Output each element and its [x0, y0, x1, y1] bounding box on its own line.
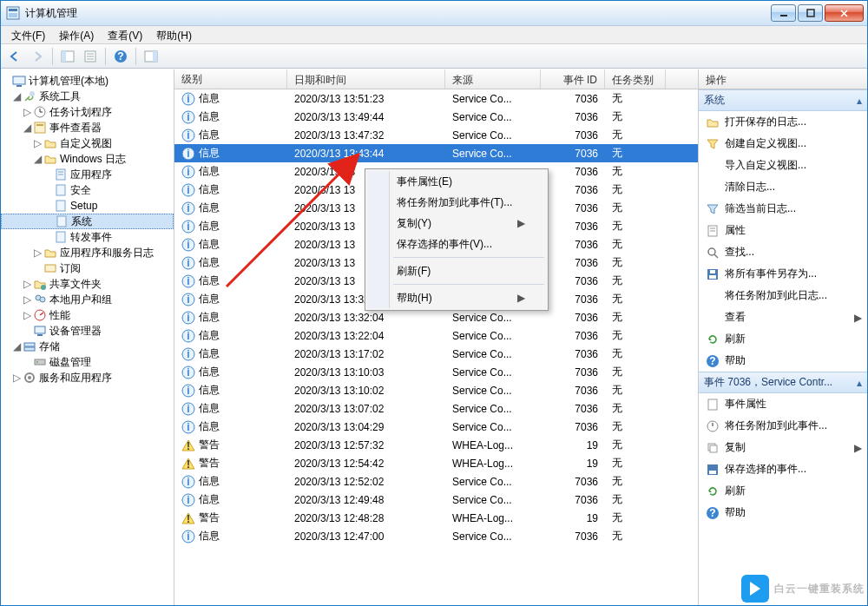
actions-group-event[interactable]: 事件 7036，Service Contr...▴: [699, 372, 867, 393]
info-icon: i: [181, 420, 195, 434]
event-row[interactable]: !警告2020/3/13 12:54:42WHEA-Log...19无: [174, 454, 698, 472]
event-row[interactable]: i信息2020/3/13 12:47:00Service Co...7036无: [174, 527, 698, 545]
tree-users: 本地用户和组: [49, 293, 112, 307]
action-help[interactable]: ?帮助: [699, 350, 867, 372]
action-filter-log[interactable]: 筛选当前日志...: [699, 198, 867, 220]
refresh-icon: [706, 333, 720, 346]
event-row[interactable]: i信息2020/3/13 12:52:02Service Co...7036无: [174, 472, 698, 491]
ctx-help[interactable]: 帮助(H)▶: [367, 287, 546, 308]
ctx-refresh[interactable]: 刷新(F): [367, 260, 546, 281]
event-row[interactable]: i信息2020/3/13 13:07:02Service Co...7036无: [174, 399, 698, 418]
action-save-all[interactable]: 将所有事件另存为...: [699, 263, 867, 285]
ctx-copy[interactable]: 复制(Y)▶: [367, 213, 546, 234]
toolbar: ?: [1, 44, 867, 69]
menu-file[interactable]: 文件(F): [4, 26, 52, 43]
action-pane-button[interactable]: [141, 47, 161, 66]
collapse-icon[interactable]: ◢: [22, 122, 32, 134]
action-event-properties[interactable]: 事件属性: [699, 393, 867, 415]
event-row[interactable]: i信息2020/3/13 13:32:04Service Co...7036无: [174, 308, 698, 326]
log-icon: [54, 168, 68, 181]
event-row[interactable]: i信息2020/3/13 13:22:04Service Co...7036无: [174, 326, 698, 345]
expand-icon[interactable]: ▷: [32, 247, 43, 259]
expand-icon[interactable]: ▷: [22, 278, 32, 290]
menu-help[interactable]: 帮助(H): [149, 26, 199, 43]
action-find[interactable]: 查找...: [699, 241, 867, 263]
event-row[interactable]: i信息2020/3/13 13:49:44Service Co...7036无: [174, 108, 698, 126]
ctx-save-selected[interactable]: 保存选择的事件(V)...: [367, 234, 546, 254]
eventviewer-icon: [33, 121, 47, 135]
close-button[interactable]: [825, 4, 864, 22]
expand-icon[interactable]: ▷: [11, 372, 22, 384]
svg-rect-8: [62, 51, 66, 62]
col-level[interactable]: 级别: [174, 69, 287, 89]
svg-text:!: !: [187, 440, 190, 452]
action-open-saved-log[interactable]: 打开保存的日志...: [699, 111, 867, 133]
event-row[interactable]: !警告2020/3/13 12:57:32WHEA-Log...19无: [174, 436, 698, 454]
log-icon: [54, 199, 68, 213]
diskmgr-icon: [33, 355, 47, 369]
show-hide-tree-button[interactable]: [57, 47, 78, 66]
event-row[interactable]: !警告2020/3/13 12:48:28WHEA-Log...19无: [174, 509, 698, 527]
action-properties[interactable]: 属性: [699, 220, 867, 241]
menu-action[interactable]: 操作(A): [52, 26, 101, 43]
nav-forward-button[interactable]: [27, 47, 48, 66]
action-import-view[interactable]: 导入自定义视图...: [699, 155, 867, 176]
menu-view[interactable]: 查看(V): [101, 26, 149, 43]
col-category[interactable]: 任务类别: [605, 69, 666, 89]
watermark-logo-icon: [741, 575, 769, 603]
svg-point-43: [36, 361, 38, 363]
filter-new-icon: [706, 137, 720, 151]
col-date[interactable]: 日期和时间: [287, 69, 445, 89]
col-source[interactable]: 来源: [445, 69, 541, 89]
expand-icon[interactable]: ▷: [22, 293, 32, 306]
action-copy[interactable]: 复制▶: [699, 437, 867, 458]
tree-sys: 系统: [71, 214, 92, 229]
action-save-selected[interactable]: 保存选择的事件...: [699, 458, 867, 480]
collapse-icon[interactable]: ◢: [11, 90, 22, 102]
svg-text:i: i: [187, 421, 189, 433]
expand-icon[interactable]: ▷: [22, 106, 32, 118]
event-row[interactable]: i信息2020/3/13 13:51:23Service Co...7036无: [174, 89, 698, 108]
action-refresh[interactable]: 刷新: [699, 328, 867, 350]
save-icon: [706, 463, 720, 477]
event-row[interactable]: i信息2020/3/13 13:04:29Service Co...7036无: [174, 418, 698, 436]
event-row[interactable]: i信息2020/3/13 13:10:02Service Co...7036无: [174, 381, 698, 399]
col-eventid[interactable]: 事件 ID: [541, 69, 605, 89]
svg-rect-28: [56, 185, 65, 195]
action-create-view[interactable]: 创建自定义视图...: [699, 133, 867, 155]
expand-icon[interactable]: ▷: [22, 309, 32, 321]
tree-systools: 系统工具: [39, 89, 81, 104]
maximize-button[interactable]: [798, 4, 823, 22]
help-button[interactable]: ?: [110, 47, 131, 66]
action-clear-log[interactable]: 清除日志...: [699, 176, 867, 198]
action-help2[interactable]: ?帮助: [699, 502, 867, 524]
info-icon: i: [181, 366, 195, 379]
nav-back-button[interactable]: [4, 47, 25, 66]
toolbar-separator: [105, 48, 106, 65]
minimize-button[interactable]: [771, 4, 796, 22]
action-view[interactable]: 查看▶: [699, 306, 867, 328]
nav-tree[interactable]: 计算机管理(本地) ◢系统工具 ▷任务计划程序 ◢事件查看器 ▷自定义视图 ◢W…: [1, 73, 174, 385]
expand-icon[interactable]: ▷: [32, 137, 43, 149]
ctx-attach-task[interactable]: 将任务附加到此事件(T)...: [367, 192, 546, 213]
event-row[interactable]: i信息2020/3/13 13:10:03Service Co...7036无: [174, 363, 698, 381]
svg-text:i: i: [187, 385, 189, 397]
event-row[interactable]: i信息2020/3/13 13:47:32Service Co...7036无: [174, 126, 698, 144]
properties-button[interactable]: [80, 47, 101, 66]
svg-text:i: i: [187, 312, 189, 324]
action-event-attach[interactable]: 将任务附加到此事件...: [699, 415, 867, 437]
event-row[interactable]: i信息2020/3/13 13:17:02Service Co...7036无: [174, 345, 698, 363]
event-row[interactable]: i信息2020/3/13 13:43:44Service Co...7036无: [174, 144, 698, 162]
collapse-icon[interactable]: ◢: [32, 153, 43, 165]
tree-root: 计算机管理(本地): [29, 74, 108, 89]
svg-point-45: [28, 376, 31, 379]
action-attach-task[interactable]: 将任务附加到此日志...: [699, 285, 867, 306]
collapse-icon[interactable]: ◢: [11, 340, 22, 352]
actions-group-system[interactable]: 系统▴: [699, 89, 867, 111]
action-refresh2[interactable]: 刷新: [699, 480, 867, 502]
event-list[interactable]: i信息2020/3/13 13:51:23Service Co...7036无i…: [174, 89, 698, 605]
ctx-event-properties[interactable]: 事件属性(E): [367, 171, 546, 192]
tree-pane: 计算机管理(本地) ◢系统工具 ▷任务计划程序 ◢事件查看器 ▷自定义视图 ◢W…: [1, 69, 174, 605]
event-row[interactable]: i信息2020/3/13 12:49:48Service Co...7036无: [174, 491, 698, 509]
tree-setup: Setup: [70, 200, 97, 212]
